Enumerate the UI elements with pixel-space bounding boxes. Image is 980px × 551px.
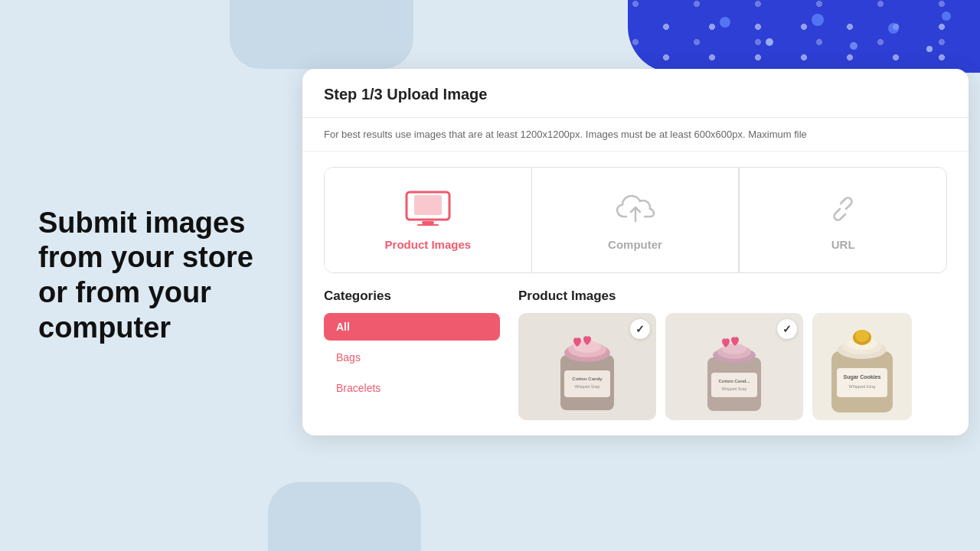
main-card: Step 1/3 Upload Image For best results u…	[302, 69, 969, 435]
info-bar: For best results use images that are at …	[302, 118, 969, 152]
svg-rect-14	[711, 373, 757, 397]
products-title: Product Images	[518, 289, 947, 304]
product-image-3: Sugar Cookies Whipped Icing	[812, 313, 912, 420]
product-card-2[interactable]: Cotton Cand... Whipped Soap ✓	[665, 313, 803, 420]
product-check-1: ✓	[630, 319, 650, 339]
computer-label: Computer	[608, 238, 662, 251]
url-label: URL	[831, 238, 855, 251]
blue-corner-decoration	[628, 0, 980, 73]
svg-rect-3	[417, 224, 439, 226]
hero-text: Submit images from your store or from yo…	[38, 206, 253, 345]
decorative-shape-bottom	[268, 482, 421, 551]
svg-point-29	[855, 330, 869, 342]
svg-rect-2	[422, 221, 434, 224]
categories-title: Categories	[324, 289, 500, 304]
bottom-section: Categories All Bags Bracelets Product Im…	[302, 289, 969, 435]
product-images-option[interactable]: Product Images	[325, 168, 532, 272]
svg-text:Whipped Icing: Whipped Icing	[849, 384, 876, 389]
upload-area: Product Images Computer URL	[324, 167, 947, 273]
category-bags[interactable]: Bags	[324, 344, 500, 371]
step-header: Step 1/3 Upload Image	[302, 69, 969, 118]
product-card-1[interactable]: Cotton Candy Whipped Soap ✓	[518, 313, 656, 420]
url-icon	[818, 189, 867, 229]
svg-text:Whipped Soap: Whipped Soap	[575, 384, 600, 389]
computer-option[interactable]: Computer	[532, 168, 740, 272]
decorative-shape-top	[230, 0, 413, 69]
categories-panel: Categories All Bags Bracelets	[324, 289, 500, 420]
svg-text:Cotton Cand...: Cotton Cand...	[719, 379, 750, 383]
third-option[interactable]: URL	[739, 168, 946, 272]
svg-rect-1	[414, 195, 442, 215]
left-panel: Submit images from your store or from yo…	[0, 0, 299, 551]
products-grid: Cotton Candy Whipped Soap ✓	[518, 313, 947, 420]
product-card-3[interactable]: Sugar Cookies Whipped Icing	[812, 313, 912, 420]
svg-text:Sugar Cookies: Sugar Cookies	[843, 374, 880, 380]
info-text: For best results use images that are at …	[324, 129, 807, 140]
product-check-2: ✓	[777, 319, 797, 339]
step-title: Step 1/3 Upload Image	[324, 86, 947, 103]
svg-text:Whipped Soap: Whipped Soap	[722, 386, 747, 391]
category-bracelets[interactable]: Bracelets	[324, 374, 500, 402]
cloud-upload-icon	[611, 189, 660, 229]
svg-text:Cotton Candy: Cotton Candy	[572, 377, 603, 381]
monitor-icon	[403, 189, 452, 229]
category-all[interactable]: All	[324, 313, 500, 341]
products-panel: Product Images Cot	[518, 289, 947, 420]
svg-rect-22	[837, 368, 887, 397]
product-images-label: Product Images	[385, 238, 472, 251]
